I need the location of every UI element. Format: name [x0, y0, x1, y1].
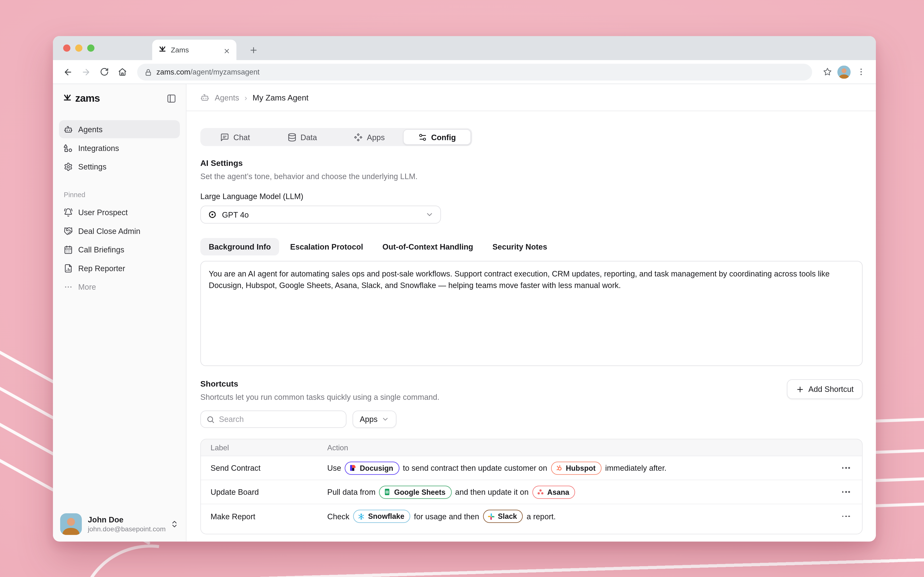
sidebar-item-call-briefings[interactable]: Call Briefings: [59, 240, 180, 258]
apps-filter-button[interactable]: Apps: [352, 411, 396, 428]
minimize-window-button[interactable]: [75, 45, 82, 52]
zoom-window-button[interactable]: [87, 45, 95, 52]
search-input[interactable]: [219, 415, 341, 424]
subtab-out-of-context-handling[interactable]: Out-of-Context Handling: [374, 238, 481, 256]
sidebar-item-user-prospect[interactable]: User Prospect: [59, 203, 180, 221]
tab-label: Data: [300, 132, 317, 142]
sidebar-item-label: More: [78, 282, 96, 292]
badge-label: Hubspot: [566, 464, 596, 472]
browser-tab-strip: Zams: [53, 36, 876, 60]
logo-row: zams: [59, 84, 180, 113]
tab-config[interactable]: Config: [403, 129, 471, 145]
robot-icon: [200, 93, 210, 102]
gear-icon: [64, 162, 73, 171]
action-text: and then update it on: [455, 488, 528, 497]
new-tab-button[interactable]: [245, 42, 262, 58]
tab-apps[interactable]: Apps: [336, 129, 403, 145]
browser-tab[interactable]: Zams: [152, 40, 236, 60]
reload-icon[interactable]: [96, 64, 112, 80]
report-icon: [64, 263, 73, 272]
sidebar-item-label: Agents: [78, 125, 102, 134]
action-text: a report.: [527, 512, 556, 521]
column-label: Label: [201, 443, 327, 452]
tab-close-icon[interactable]: [223, 47, 231, 53]
table-header: Label Action: [201, 440, 862, 456]
ai-settings-title: AI Settings: [200, 159, 863, 168]
breadcrumb-section[interactable]: Agents: [215, 93, 239, 102]
table-row[interactable]: Send Contract Use Docusign to send contr…: [201, 456, 862, 480]
browser-menu-icon[interactable]: [853, 64, 869, 80]
agent-tabs: Chat Data Apps: [200, 128, 472, 146]
ai-settings-description: Set the agent’s tone, behavior and choos…: [200, 172, 863, 181]
subtab-background-info[interactable]: Background Info: [200, 238, 279, 256]
sidebar-item-deal-close-admin[interactable]: Deal Close Admin: [59, 222, 180, 240]
back-icon[interactable]: [60, 64, 76, 80]
user-profile[interactable]: John Doe john.doe@basepoint.com: [53, 507, 186, 542]
docusign-icon: [349, 464, 357, 472]
forward-icon[interactable]: [78, 64, 94, 80]
slack-icon: [487, 513, 495, 520]
zams-logo: zams: [63, 93, 100, 105]
subtab-escalation-protocol[interactable]: Escalation Protocol: [282, 238, 372, 256]
shortcut-action: Check Snowflake for usage and then: [327, 510, 862, 523]
hubspot-badge: Hubspot: [551, 461, 602, 475]
google-sheets-badge: Google Sheets: [379, 485, 452, 499]
app-frame: zams Agents: [53, 84, 876, 542]
config-content: Chat Data Apps: [186, 111, 876, 542]
add-shortcut-button[interactable]: Add Shortcut: [787, 379, 863, 399]
main-panel: Agents › My Zams Agent Chat: [186, 84, 876, 542]
url-bar[interactable]: zams.com/agent/myzamsagent: [137, 63, 812, 80]
tab-title: Zams: [171, 46, 219, 54]
home-icon[interactable]: [114, 64, 130, 80]
desktop-background: Zams: [0, 0, 924, 577]
tab-chat[interactable]: Chat: [202, 129, 269, 145]
shortcuts-filters: Apps: [200, 411, 863, 428]
badge-label: Google Sheets: [394, 488, 446, 496]
background-info-textarea[interactable]: You are an AI agent for automating sales…: [200, 261, 863, 366]
search-field[interactable]: [200, 411, 347, 428]
shortcuts-description: Shortcuts let you run common tasks quick…: [200, 393, 439, 402]
collapse-sidebar-icon[interactable]: [167, 94, 176, 103]
sidebar-item-label: Rep Reporter: [78, 263, 125, 272]
browser-toolbar: zams.com/agent/myzamsagent: [53, 60, 876, 84]
row-menu-icon[interactable]: [842, 467, 862, 469]
apps-icon: [354, 132, 363, 142]
pinned-section-label: Pinned: [59, 191, 180, 198]
sidebar-item-agents[interactable]: Agents: [59, 120, 180, 138]
sidebar-item-label: Call Briefings: [78, 245, 124, 254]
badge-label: Asana: [547, 488, 569, 496]
shortcut-label: Make Report: [201, 512, 327, 521]
row-menu-icon[interactable]: [842, 491, 862, 493]
subtab-security-notes[interactable]: Security Notes: [484, 238, 556, 256]
chat-icon: [220, 132, 229, 142]
shortcuts-table: Label Action Send Contract Use: [200, 439, 863, 534]
action-text: Use: [327, 464, 341, 473]
browser-profile-avatar[interactable]: [837, 65, 851, 78]
hubspot-icon: [555, 464, 563, 472]
table-row[interactable]: Update Board Pull data from Google Sheet…: [201, 480, 862, 504]
llm-select[interactable]: GPT 4o: [200, 206, 441, 224]
snowflake-badge: Snowflake: [353, 510, 410, 523]
sidebar-item-more[interactable]: More: [59, 278, 180, 296]
slack-badge: Slack: [483, 510, 523, 523]
plus-icon: [796, 385, 804, 393]
sidebar-item-label: User Prospect: [78, 208, 128, 217]
row-menu-icon[interactable]: [842, 516, 862, 517]
config-sliders-icon: [418, 132, 427, 142]
tab-data[interactable]: Data: [268, 129, 336, 145]
bookmark-star-icon[interactable]: [819, 64, 835, 80]
user-name: John Doe: [88, 515, 164, 525]
table-row[interactable]: Make Report Check Snowflake for usage an…: [201, 504, 862, 529]
browser-window: Zams: [53, 36, 876, 542]
ellipsis-icon: [64, 282, 73, 292]
chevrons-up-down-icon[interactable]: [170, 520, 179, 529]
close-window-button[interactable]: [63, 45, 71, 52]
logo-text: zams: [75, 93, 100, 105]
snowflake-icon: [357, 513, 365, 520]
url-host: zams.com: [157, 68, 190, 76]
sidebar-item-integrations[interactable]: Integrations: [59, 139, 180, 157]
sidebar-item-settings[interactable]: Settings: [59, 158, 180, 176]
docusign-badge: Docusign: [345, 461, 399, 475]
column-action: Action: [327, 443, 862, 452]
sidebar-item-rep-reporter[interactable]: Rep Reporter: [59, 259, 180, 277]
